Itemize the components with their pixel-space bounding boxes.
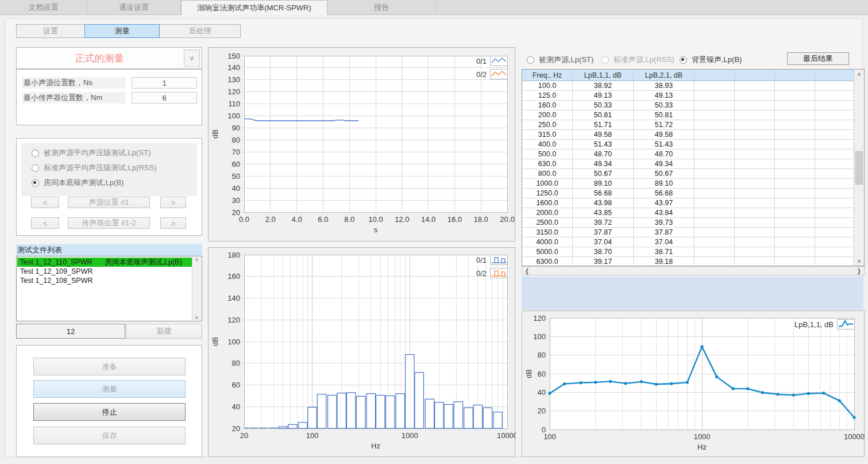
svg-text:6.0: 6.0	[318, 215, 328, 224]
table-cell	[695, 189, 735, 198]
min-mic-positions-row: 最小传声器位置数，Nm 6	[22, 92, 195, 103]
table-cell	[735, 228, 775, 237]
table-row[interactable]: 1000.089.1089.10	[522, 179, 855, 189]
table-cell	[695, 91, 735, 101]
table-cell	[775, 179, 815, 189]
radio-lp-st[interactable]: 被测声源平均声压级测试,Lp(ST)	[32, 148, 151, 158]
table-vertical-scrollbar[interactable]: ∧ ∨	[854, 70, 864, 266]
measurement-mode-dropdown[interactable]: 正式的测量 ∨	[16, 47, 202, 69]
table-row[interactable]: 630.049.3449.34	[522, 159, 855, 169]
table-cell: 38.93	[634, 81, 695, 91]
table-row[interactable]: 1600.043.9843.97	[522, 198, 855, 208]
scroll-up-icon[interactable]: ∧	[195, 257, 199, 262]
table-row[interactable]: 400.051.4351.43	[522, 140, 855, 149]
scroll-left-icon[interactable]: ❬	[524, 267, 530, 275]
table-row[interactable]: 6300.039.1739.18	[522, 257, 855, 267]
list-item[interactable]: Test 1_12_109_SPWR	[17, 267, 192, 276]
result-line-chart-svg: 020406080100120100100010000HzdB	[522, 311, 865, 458]
mic-position-button[interactable]: 传声器位置 #1-2	[68, 217, 150, 229]
source-position-button[interactable]: 声源位置 #1	[68, 197, 150, 208]
duration-field[interactable]: 12	[16, 324, 125, 339]
svg-text:4.0: 4.0	[292, 215, 302, 224]
radio-lp-b[interactable]: 房间本底噪声测试,Lp(B)	[32, 178, 124, 188]
table-cell: 43.97	[634, 198, 695, 208]
table-cell	[775, 247, 815, 257]
table-cell	[775, 91, 815, 101]
tab-report[interactable]: 报告	[327, 0, 437, 14]
radio-lp-rss[interactable]: 标准声源平均声压级测试,Lp(RSS)	[32, 163, 156, 173]
table-row[interactable]: 500.048.7048.70	[522, 149, 855, 159]
table-cell	[815, 218, 855, 228]
mic-prev-button[interactable]: <	[31, 217, 59, 229]
tab-mcr-spwr[interactable]: 混响室法测试声功率(MCR-SPWR)	[181, 0, 327, 15]
prepare-button[interactable]: 准备	[33, 358, 186, 375]
result-radio-lp-rss[interactable]: 标准声源,Lp(RSS)	[601, 55, 674, 65]
table-cell: 1250.0	[522, 189, 573, 198]
table-cell: 39.72	[573, 218, 634, 228]
subtab-measure[interactable]: 测量	[84, 24, 160, 38]
svg-text:dB: dB	[211, 337, 219, 346]
mic-next-button[interactable]: >	[160, 217, 186, 229]
result-radio-lp-st[interactable]: 被测声源,Lp(ST)	[527, 55, 593, 65]
min-mic-positions-field[interactable]: 6	[132, 92, 197, 103]
table-cell: 39.17	[573, 257, 634, 267]
table-row[interactable]: 100.038.9238.93	[522, 81, 855, 91]
source-next-button[interactable]: >	[160, 197, 186, 208]
result-radio-lp-b[interactable]: 背景噪声,Lp(B)	[680, 55, 742, 65]
table-cell: 38.70	[573, 247, 634, 257]
scroll-down-icon[interactable]: ∨	[195, 315, 199, 320]
table-row[interactable]: 4000.037.0437.04	[522, 237, 855, 247]
table-row[interactable]: 200.050.8150.81	[522, 110, 855, 120]
file-list-scrollbar[interactable]: ∧ ∨	[192, 257, 201, 320]
list-item[interactable]: Test 1_12_110_SPWR房间本底噪声测试,Lp(B)	[17, 258, 192, 267]
svg-text:10.0: 10.0	[368, 215, 383, 224]
new-button[interactable]: 新建	[126, 324, 202, 339]
table-row[interactable]: 315.049.5849.58	[522, 130, 855, 140]
table-row[interactable]: 1250.056.6856.68	[522, 189, 855, 198]
table-cell: 37.87	[573, 228, 634, 237]
tab-channel-settings[interactable]: 通道设置	[87, 0, 181, 14]
table-cell	[815, 189, 855, 198]
table-row[interactable]: 5000.038.7038.71	[522, 247, 855, 257]
table-horizontal-scrollbar[interactable]: ❬ ❭	[522, 266, 865, 275]
table-cell	[695, 179, 735, 189]
svg-text:150: 150	[227, 52, 240, 60]
table-cell: 48.70	[634, 149, 695, 159]
svg-text:80: 80	[232, 359, 240, 367]
table-row[interactable]: 3150.037.8737.87	[522, 228, 855, 237]
min-source-positions-field[interactable]: 1	[132, 77, 197, 89]
table-cell	[775, 159, 815, 169]
table-row[interactable]: 160.050.3350.33	[522, 101, 855, 110]
scroll-up-icon[interactable]: ∧	[857, 70, 861, 77]
subtab-postprocess[interactable]: 后处理	[159, 24, 241, 38]
scroll-down-icon[interactable]: ∨	[857, 258, 861, 266]
table-row[interactable]: 2000.043.8543.84	[522, 208, 855, 218]
table-row[interactable]: 800.050.6750.67	[522, 169, 855, 179]
svg-text:110: 110	[228, 99, 240, 108]
save-button[interactable]: 保存	[33, 427, 186, 444]
list-item[interactable]: Test 1_12_108_SPWR	[17, 276, 192, 285]
table-cell: 1600.0	[522, 198, 573, 208]
table-cell: 51.72	[634, 120, 695, 130]
table-row[interactable]: 2500.039.7239.73	[522, 218, 855, 228]
table-row[interactable]: 125.049.1349.13	[522, 91, 855, 101]
measure-button[interactable]: 测量	[33, 380, 186, 398]
scroll-right-icon[interactable]: ❭	[857, 267, 862, 275]
table-cell	[735, 169, 775, 179]
table-row[interactable]: 250.051.7151.72	[522, 120, 855, 130]
subtab-settings[interactable]: 设置	[16, 24, 85, 38]
source-prev-button[interactable]: <	[31, 197, 59, 208]
results-table-grid: Freq., HzLpB,1,1, dBLpB,2,1, dB100.038.9…	[522, 70, 855, 267]
table-cell: 37.87	[634, 228, 695, 237]
final-result-button[interactable]: 最后结果	[787, 52, 849, 65]
table-cell: 43.98	[573, 198, 634, 208]
scrollbar-thumb[interactable]	[855, 151, 863, 185]
table-cell	[695, 81, 735, 91]
chevron-down-icon[interactable]: ∨	[184, 49, 200, 67]
table-cell	[735, 140, 775, 149]
legend-label: LpB,1,1, dB	[794, 320, 834, 329]
svg-text:20.0: 20.0	[500, 215, 514, 224]
table-cell	[735, 130, 775, 140]
stop-button[interactable]: 停止	[33, 403, 186, 421]
tab-document-settings[interactable]: 文档设置	[0, 0, 87, 14]
